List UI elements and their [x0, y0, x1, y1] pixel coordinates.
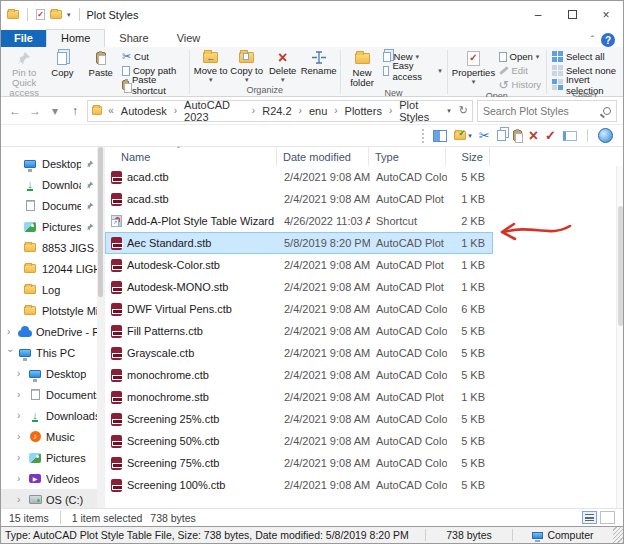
- paste-icon[interactable]: [513, 130, 522, 141]
- chevron-right-icon[interactable]: ›: [17, 389, 24, 400]
- search-input[interactable]: [483, 105, 599, 117]
- sidebar-item-pc-videos[interactable]: ›▶Videos: [1, 468, 97, 489]
- file-row[interactable]: monochrome.stb2/4/2021 9:08 AMAutoCAD Pl…: [105, 386, 493, 408]
- column-header-size[interactable]: Size: [446, 147, 490, 166]
- file-row[interactable]: acad.ctb2/4/2021 9:08 AMAutoCAD Color-d.…: [105, 166, 493, 188]
- rename-button[interactable]: Rename: [301, 48, 337, 76]
- new-folder-icon[interactable]: [50, 10, 62, 19]
- file-row[interactable]: Autodesk-Color.stb2/4/2021 9:08 AMAutoCA…: [105, 254, 493, 276]
- tab-file[interactable]: File: [1, 30, 46, 47]
- move-to-button[interactable]: ← Move to▾: [193, 48, 229, 83]
- qat-customize-chevron-icon[interactable]: ▾: [67, 11, 71, 19]
- chevron-right-icon[interactable]: ›: [7, 326, 14, 337]
- file-list-scrollbar[interactable]: [616, 166, 623, 508]
- chevron-right-icon[interactable]: ›: [17, 494, 24, 505]
- properties-icon[interactable]: ✓: [36, 9, 45, 20]
- breadcrumb-segment[interactable]: enu: [308, 105, 328, 117]
- details-view-button[interactable]: [582, 511, 597, 524]
- file-row[interactable]: Fill Patterns.ctb2/4/2021 9:08 AMAutoCAD…: [105, 320, 493, 342]
- delete-icon[interactable]: ×: [529, 129, 538, 143]
- file-row[interactable]: Screening 100%.ctb2/4/2021 9:08 AMAutoCA…: [105, 474, 493, 496]
- sidebar-item-onedrive[interactable]: ›OneDrive - Perso: [1, 321, 97, 342]
- delete-button[interactable]: × Delete▾: [265, 48, 301, 83]
- sidebar-item-pc-downloads[interactable]: ›↓Downloads: [1, 405, 97, 426]
- breadcrumb[interactable]: « Autodesk › AutoCAD 2023 › R24.2 › enu …: [87, 100, 473, 122]
- up-button[interactable]: ↑: [67, 104, 83, 118]
- pin-to-quick-access-button[interactable]: Pin to Quick access: [5, 48, 43, 98]
- file-row[interactable]: Autodesk-MONO.stb2/4/2021 9:08 AMAutoCAD…: [105, 276, 493, 298]
- chevron-right-icon[interactable]: ›: [17, 368, 24, 379]
- forward-button[interactable]: →: [27, 104, 43, 118]
- search-icon[interactable]: [603, 107, 611, 115]
- close-button[interactable]: ×: [589, 1, 623, 28]
- sidebar-item-folder[interactable]: 8853 JIGS ASSY: [1, 237, 97, 258]
- cut-icon[interactable]: ✂: [479, 128, 490, 143]
- large-icons-view-button[interactable]: [600, 511, 615, 524]
- copy-icon[interactable]: [497, 130, 506, 141]
- file-row-selected[interactable]: Aec Standard.stb5/8/2019 8:20 PMAutoCAD …: [105, 232, 493, 254]
- paste-shortcut-button[interactable]: Paste shortcut: [120, 78, 186, 91]
- toolbar-drag-handle[interactable]: [422, 129, 424, 143]
- breadcrumb-segment[interactable]: R24.2: [261, 105, 292, 117]
- tab-view[interactable]: View: [163, 30, 215, 47]
- tab-share[interactable]: Share: [105, 30, 162, 47]
- back-button[interactable]: ←: [7, 104, 23, 118]
- copy-button[interactable]: Copy: [43, 48, 81, 78]
- chevron-right-icon[interactable]: ›: [17, 452, 24, 463]
- sidebar-item-folder[interactable]: 12044 LIGHT M: [1, 258, 97, 279]
- sidebar-item-desktop[interactable]: Desktop: [1, 153, 97, 174]
- sidebar-item-pc-pictures[interactable]: ›Pictures: [1, 447, 97, 468]
- sidebar-item-pc-music[interactable]: ›♪Music: [1, 426, 97, 447]
- rename-field-icon[interactable]: [563, 131, 577, 141]
- sidebar-scrollbar[interactable]: [97, 147, 104, 508]
- history-button[interactable]: ↺History: [497, 78, 544, 91]
- search-box[interactable]: [477, 100, 617, 122]
- paste-button[interactable]: Paste: [82, 48, 120, 78]
- sidebar-item-folder[interactable]: Log: [1, 279, 97, 300]
- new-folder-button[interactable]: New folder: [343, 48, 380, 88]
- sidebar-item-folder[interactable]: Plotstyle Missin: [1, 300, 97, 321]
- properties-button[interactable]: ✓ Properties▾: [451, 48, 497, 85]
- chevron-right-icon[interactable]: ›: [17, 410, 24, 421]
- help-icon[interactable]: ?: [601, 33, 615, 47]
- sidebar-item-pc-documents[interactable]: ›Documents: [1, 384, 97, 405]
- resize-grip[interactable]: [613, 527, 623, 543]
- column-header-date-modified[interactable]: Date modified: [277, 147, 369, 166]
- sidebar-item-pictures[interactable]: Pictures: [1, 216, 97, 237]
- edit-button[interactable]: Edit: [497, 64, 544, 77]
- file-row[interactable]: acad.stb2/4/2021 9:08 AMAutoCAD Plot Sty…: [105, 188, 493, 210]
- easy-access-button[interactable]: Easy access▾: [381, 64, 444, 77]
- column-header-type[interactable]: Type: [369, 147, 446, 166]
- breadcrumb-segment[interactable]: AutoCAD 2023: [183, 99, 246, 123]
- shell-icon[interactable]: [598, 128, 613, 143]
- sidebar-item-this-pc[interactable]: ›This PC: [1, 342, 97, 363]
- address-dropdown-chevron-icon[interactable]: ▾: [447, 107, 451, 115]
- file-row[interactable]: Grayscale.ctb2/4/2021 9:08 AMAutoCAD Col…: [105, 342, 493, 364]
- chevron-right-icon[interactable]: ›: [17, 431, 24, 442]
- breadcrumb-overflow[interactable]: «: [106, 105, 116, 116]
- apply-check-icon[interactable]: ✓: [545, 128, 556, 143]
- cut-button[interactable]: ✂Cut: [120, 50, 186, 63]
- breadcrumb-segment[interactable]: Plotters: [344, 105, 383, 117]
- maximize-button[interactable]: [555, 1, 589, 28]
- collapse-ribbon-icon[interactable]: ˆ: [591, 35, 594, 46]
- file-row[interactable]: Screening 25%.ctb2/4/2021 9:08 AMAutoCAD…: [105, 408, 493, 430]
- file-row[interactable]: monochrome.ctb2/4/2021 9:08 AMAutoCAD Co…: [105, 364, 493, 386]
- file-row[interactable]: DWF Virtual Pens.ctb2/4/2021 9:08 AMAuto…: [105, 298, 493, 320]
- select-all-button[interactable]: Select all: [550, 50, 619, 63]
- sidebar-item-pc-desktop[interactable]: ›Desktop: [1, 363, 97, 384]
- chevron-down-icon[interactable]: ›: [5, 349, 16, 356]
- open-button[interactable]: Open▾: [497, 50, 544, 63]
- breadcrumb-segment[interactable]: Plot Styles: [398, 99, 443, 123]
- breadcrumb-segment[interactable]: Autodesk: [120, 105, 168, 117]
- sidebar-item-pc-os-c[interactable]: ›OS (C:): [1, 489, 97, 508]
- recent-locations-chevron-icon[interactable]: ▾: [47, 104, 63, 118]
- sidebar-item-downloads[interactable]: ↓Downloads: [1, 174, 97, 195]
- chevron-right-icon[interactable]: ›: [17, 473, 24, 484]
- tab-home[interactable]: Home: [46, 29, 105, 47]
- file-row[interactable]: Screening 75%.ctb2/4/2021 9:08 AMAutoCAD…: [105, 452, 493, 474]
- refresh-icon[interactable]: ↻: [459, 104, 468, 117]
- file-row[interactable]: Screening 50%.ctb2/4/2021 9:08 AMAutoCAD…: [105, 430, 493, 452]
- preview-pane-icon[interactable]: [433, 130, 447, 142]
- invert-selection-button[interactable]: Invert selection: [550, 78, 619, 91]
